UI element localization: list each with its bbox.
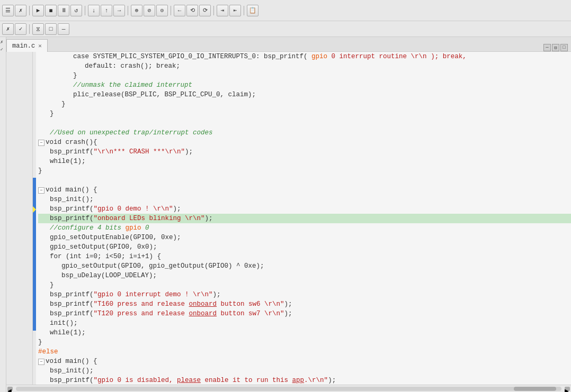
token-25-0: bsp_printf(: [50, 291, 94, 298]
token-1-0: default: crash(); break;: [85, 62, 180, 70]
code-line-25: bsp_printf("gpio 0 interrupt demo ! \r\n…: [38, 290, 571, 299]
code-area[interactable]: case SYSTEM_PLIC_SYSTEM_GPIO_0_IO_INTERR…: [36, 52, 571, 385]
line-num-3: [6, 80, 32, 90]
token-34-3: enable it to run this: [201, 377, 292, 384]
token-16-1: "gpio 0 demo ! \r\n": [94, 205, 173, 213]
token-34-4: app: [292, 377, 305, 384]
line-num-30: [6, 338, 32, 347]
token-16-0: bsp_printf(: [50, 205, 94, 213]
toolbar-btn-7[interactable]: ↓: [88, 5, 100, 16]
sep-6: [244, 6, 244, 15]
token-26-2: onboard: [189, 300, 217, 308]
toolbar-btn-8[interactable]: ↑: [101, 5, 112, 16]
toolbar-btn-15[interactable]: ⟳: [199, 5, 211, 16]
code-line-31: #else: [38, 347, 571, 357]
token-25-1: "gpio 0 interrupt demo ! \r\n": [94, 291, 213, 298]
scroll-right-btn[interactable]: ▶: [565, 387, 570, 391]
token-34-0: bsp_printf(: [50, 377, 94, 384]
line-num-7: [6, 118, 32, 128]
code-line-26: bsp_printf("T160 press and release onboa…: [38, 299, 571, 309]
token-17-0: bsp_printf(: [50, 215, 94, 222]
tab-close-icon[interactable]: ✕: [38, 42, 42, 49]
toolbar-btn-5[interactable]: ⏸: [58, 5, 69, 16]
code-line-5: }: [38, 99, 571, 109]
code-line-6: }: [38, 109, 571, 118]
code-line-11: while(1);: [38, 157, 571, 166]
line-num-23: [6, 271, 32, 280]
collapse-icon-32[interactable]: −: [38, 359, 44, 365]
toolbar-btn-6[interactable]: ↺: [70, 5, 82, 16]
token-5-0: }: [61, 101, 66, 108]
token-18-1: gpio: [126, 224, 141, 232]
sep-2: [85, 6, 85, 15]
code-line-29: while(1);: [38, 328, 571, 338]
token-6-0: }: [50, 110, 54, 117]
toolbar2-btn-4[interactable]: □: [45, 23, 57, 35]
toolbar2-btn-5[interactable]: —: [58, 23, 69, 35]
toolbar-btn-2[interactable]: ✗: [15, 5, 26, 16]
token-33-0: bsp_init();: [50, 367, 94, 375]
toolbar-btn-3[interactable]: ▶: [32, 5, 44, 16]
line-num-1: [6, 61, 32, 71]
file-tab-main-c[interactable]: main.c ✕: [6, 39, 48, 52]
toolbar-btn-11[interactable]: ⊘: [144, 5, 155, 16]
toolbar-btn-4[interactable]: ◼: [45, 5, 57, 16]
toolbar-btn-18[interactable]: 📋: [247, 5, 258, 16]
code-line-17: bsp_printf("onboard LEDs blinking \r\n")…: [38, 214, 571, 223]
code-line-14: −void main() {: [38, 185, 571, 195]
token-10-0: bsp_printf(: [50, 148, 94, 156]
sep2-1: [29, 24, 30, 34]
line-num-29: [6, 328, 32, 338]
scrollbar-track[interactable]: [16, 387, 561, 391]
code-line-23: bsp_uDelay(LOOP_UDELAY);: [38, 271, 571, 280]
token-30-0: }: [38, 339, 42, 346]
toolbar-btn-14[interactable]: ⟲: [186, 5, 198, 16]
token-29-0: while(1);: [50, 329, 86, 336]
toolbar2-btn-3[interactable]: ⧖: [32, 23, 44, 35]
token-11-0: while(1);: [50, 158, 86, 165]
token-26-1: "T160 press and release: [94, 300, 189, 308]
line-num-20: [6, 242, 32, 252]
horizontal-scrollbar[interactable]: ◀ ▶: [6, 385, 571, 392]
code-line-16: bsp_printf("gpio 0 demo ! \r\n");: [38, 204, 571, 214]
toolbar-btn-10[interactable]: ⊕: [131, 5, 142, 16]
sep-4: [171, 6, 171, 15]
line-num-22: [6, 261, 32, 271]
token-26-3: button sw6 \r\n": [217, 300, 284, 308]
line-num-17: [6, 214, 32, 223]
toolbar-btn-16[interactable]: ⇥: [217, 5, 228, 16]
token-27-3: button sw7 \r\n": [217, 310, 284, 317]
marker-cell-17: [33, 205, 36, 214]
toolbar-btn-17[interactable]: ⇤: [229, 5, 241, 16]
scrollbar-thumb[interactable]: [514, 387, 556, 391]
code-line-27: bsp_printf("T120 press and release onboa…: [38, 309, 571, 318]
line-num-26: [6, 299, 32, 309]
window-minimize-btn[interactable]: —: [543, 44, 551, 51]
code-line-34: bsp_printf("gpio 0 is disabled, please e…: [38, 376, 571, 385]
toolbar-btn-13[interactable]: ←: [174, 5, 185, 16]
tab-label: main.c: [12, 42, 35, 50]
token-23-0: bsp_uDelay(LOOP_UDELAY);: [61, 272, 157, 279]
toolbar2-btn-1[interactable]: ✗: [2, 23, 14, 35]
token-0-2: 0 interrupt routine \r\n ); break,: [327, 53, 467, 60]
toolbar-btn-9[interactable]: →: [113, 5, 125, 16]
window-maximize-btn[interactable]: □: [560, 44, 568, 51]
token-34-1: "gpio 0 is disabled,: [94, 377, 177, 384]
collapse-icon-14[interactable]: −: [38, 187, 44, 194]
toolbar2-btn-2[interactable]: ✓: [15, 23, 26, 35]
toolbar-btn-12[interactable]: ⊙: [156, 5, 168, 16]
window-restore-btn[interactable]: ⊟: [552, 44, 559, 51]
left-panel: ✗ ✓: [0, 37, 6, 392]
token-22-0: gpio_setOutput(GPIO0, gpio_getOutput(GPI…: [61, 262, 264, 270]
line-num-0: [6, 52, 32, 61]
collapse-icon-9[interactable]: −: [38, 140, 44, 146]
token-34-5: .\r\n": [304, 377, 328, 384]
toolbar-btn-1[interactable]: ☰: [2, 5, 14, 16]
scroll-left-btn[interactable]: ◀: [7, 387, 13, 391]
line-num-33: [6, 366, 32, 376]
line-num-11: [6, 157, 32, 166]
line-num-25: [6, 290, 32, 299]
token-8-0: //Used on unexpected trap/interrupt code…: [50, 129, 213, 136]
line-num-14: [6, 185, 32, 195]
sep-3: [128, 6, 128, 15]
